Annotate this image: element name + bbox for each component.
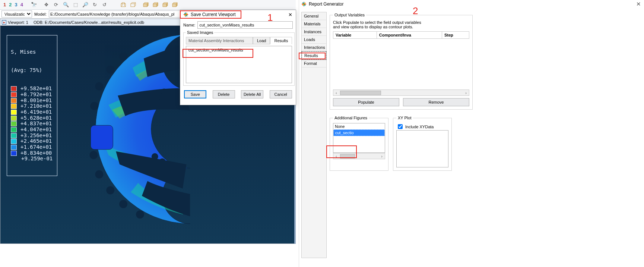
th-step[interactable]: Step — [442, 32, 469, 39]
legend-swatch — [11, 86, 17, 91]
zoom-fit-icon[interactable]: ⬚ — [71, 1, 80, 9]
viewport-name-input[interactable] — [197, 21, 293, 29]
shade3-icon[interactable] — [161, 1, 169, 9]
th-variable[interactable]: Variable — [333, 32, 377, 39]
svg-rect-0 — [131, 4, 134, 7]
tab-interactions[interactable]: Interactions — [302, 44, 326, 51]
legend-row: +8.834e+00 — [11, 150, 53, 156]
scroll-right-icon[interactable]: › — [379, 154, 385, 158]
legend-value: +8.001e+01 — [20, 98, 52, 104]
legend-value: +1.674e+01 — [20, 144, 52, 150]
legend-row: +8.001e+01 — [11, 98, 53, 104]
name-label: Name: — [183, 23, 195, 27]
variables-table-scroll[interactable]: Variable Component/Inva Step — [333, 31, 469, 87]
legend-row: +7.210e+01 — [11, 103, 53, 109]
zoom-window-icon[interactable]: 🔎 — [81, 1, 90, 9]
save-button[interactable]: Save — [184, 90, 206, 98]
table-hscroll[interactable]: ‹ › — [333, 89, 469, 96]
dialog-title[interactable]: Save Current Viewport ✕ — [180, 10, 296, 19]
saved-images-list[interactable]: cut_section_vonMises_results — [186, 46, 292, 83]
include-xydata-input[interactable] — [398, 124, 403, 129]
xy-plot-legend: XY Plot — [396, 116, 413, 120]
viewport-icon: ▸ — [2, 20, 6, 25]
output-variables-hint: Click Populate to select the field outpu… — [333, 20, 426, 29]
module-dropdown[interactable]: Visualization — [1, 10, 32, 18]
scroll-left-icon[interactable]: ‹ — [333, 154, 339, 158]
shade4-icon[interactable] — [170, 1, 179, 9]
svg-point-15 — [152, 153, 158, 160]
tab-results[interactable]: Results — [302, 51, 326, 60]
tab-results[interactable]: Results — [270, 37, 292, 44]
tab-general[interactable]: General — [302, 12, 326, 20]
tab-loads[interactable]: Loads — [302, 36, 326, 44]
legend-title: S, Mises — [11, 49, 53, 55]
delete-all-button[interactable]: Delete All — [241, 90, 263, 98]
include-xydata-checkbox[interactable]: Include XYData — [396, 123, 448, 130]
fea-contour — [79, 32, 190, 226]
wireframe1-icon[interactable] — [119, 1, 128, 9]
delete-button[interactable]: Delete — [213, 90, 235, 98]
scroll-left-icon[interactable]: ‹ — [333, 91, 339, 95]
list-item[interactable]: cut_section_vonMises_results — [187, 47, 291, 53]
tab-load[interactable]: Load — [253, 37, 270, 44]
pan-icon[interactable]: ✥ — [42, 1, 51, 9]
shade1-icon[interactable] — [141, 1, 150, 9]
svg-point-3 — [119, 53, 127, 61]
additional-figures-list[interactable]: None cut_sectio — [333, 123, 385, 153]
coord-num-4[interactable]: 4 — [20, 2, 23, 7]
scroll-thumb[interactable] — [340, 91, 381, 95]
remove-button[interactable]: Remove — [403, 98, 469, 106]
legend-row: +6.419e+01 — [11, 109, 53, 115]
legend-row: +3.256e+01 — [11, 133, 53, 139]
xy-plot-list[interactable] — [396, 130, 448, 167]
coord-num-1[interactable]: 1 — [3, 2, 6, 7]
tab-format[interactable]: Format — [302, 60, 326, 67]
legend-swatch — [11, 133, 17, 138]
legend-row: +9.259e-01 — [11, 156, 53, 162]
shade2-icon[interactable] — [151, 1, 160, 9]
cycle-back-icon[interactable]: ↺ — [100, 1, 109, 9]
legend-swatch — [11, 98, 17, 103]
coord-num-3[interactable]: 3 — [15, 2, 17, 7]
tab-materials[interactable]: Materials — [302, 20, 326, 28]
tab-instances[interactable]: Instances — [302, 28, 326, 36]
legend-row: +2.465e+01 — [11, 138, 53, 144]
legend-row: +5.628e+01 — [11, 115, 53, 121]
annotation-label-1: 1 — [267, 12, 273, 23]
legend-row: +8.792e+01 — [11, 92, 53, 98]
legend-value: +3.256e+01 — [20, 133, 52, 139]
af-item-none[interactable]: None — [333, 123, 385, 129]
viewport-odb-path: ODB: E:/Documents/Cases/Knowle...ator/re… — [34, 20, 144, 25]
saved-images-group: Saved Images Material Assembly Interacti… — [183, 30, 295, 86]
legend-swatch — [11, 116, 17, 121]
variables-table: Variable Component/Inva Step — [333, 31, 469, 39]
populate-button[interactable]: Populate — [333, 98, 399, 106]
scroll-thumb[interactable] — [340, 154, 355, 158]
svg-point-14 — [159, 158, 166, 165]
coord-num-2[interactable]: 2 — [9, 2, 12, 7]
binoculars-icon[interactable]: 🔭 — [29, 1, 38, 9]
legend-value: +7.210e+01 — [20, 103, 52, 109]
output-variables-group: Output Variables Click Populate to selec… — [330, 13, 473, 110]
close-button[interactable]: ✕ — [287, 12, 294, 18]
scroll-right-icon[interactable]: › — [463, 91, 469, 95]
legend-row: +4.837e+01 — [11, 121, 53, 127]
abaqus-logo-icon — [301, 1, 307, 7]
legend-swatch — [11, 139, 17, 144]
cancel-button[interactable]: Cancel — [270, 90, 292, 98]
cycle-views-icon[interactable]: ↻ — [91, 1, 99, 9]
zoom-icon[interactable]: 🔍 — [61, 1, 70, 9]
th-component[interactable]: Component/Inva — [377, 32, 442, 39]
svg-point-9 — [106, 186, 114, 194]
wireframe2-icon[interactable] — [129, 1, 137, 9]
tabs-obscured[interactable]: Material Assembly Interactions — [186, 37, 253, 44]
additional-figures-group: Additional Figures None cut_sectio ‹ › — [330, 116, 388, 171]
af-item-cutsection[interactable]: cut_sectio — [333, 129, 385, 136]
svg-point-7 — [89, 151, 98, 159]
additional-figures-legend: Additional Figures — [333, 116, 369, 120]
stress-legend: S, Mises (Avg: 75%) +9.582e+01+8.792e+01… — [7, 35, 57, 176]
close-button[interactable]: ✕ — [635, 1, 642, 7]
rotate-icon[interactable]: ⟳ — [52, 1, 61, 9]
af-hscroll[interactable]: ‹ › — [333, 153, 385, 159]
report-generator-title[interactable]: Report Generator ✕ — [299, 0, 644, 8]
